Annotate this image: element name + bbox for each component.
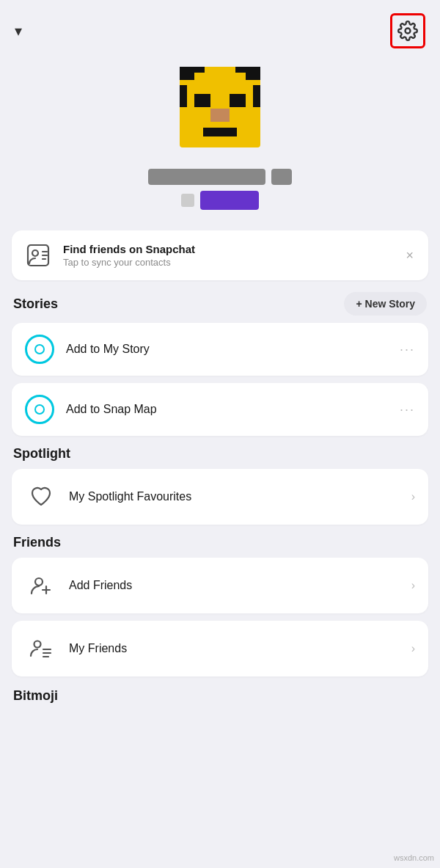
svg-rect-7: [235, 67, 246, 73]
svg-rect-5: [246, 67, 260, 73]
spotlight-favourites-card[interactable]: My Spotlight Favourites ›: [12, 469, 428, 525]
snap-map-circle-inner: [34, 404, 45, 415]
username-purple-badge[interactable]: [200, 191, 259, 210]
new-story-button[interactable]: + New Story: [344, 292, 427, 316]
svg-rect-13: [180, 85, 187, 107]
story-circle-inner: [34, 344, 45, 354]
stories-section-title: Stories: [13, 296, 58, 312]
spotlight-section-title: Spotlight: [13, 446, 70, 462]
username-bar: [148, 169, 265, 185]
stories-section-header: Stories + New Story: [0, 292, 440, 316]
svg-point-16: [32, 250, 38, 256]
add-to-snap-map-card[interactable]: Add to Snap Map ···: [12, 383, 428, 436]
friends-section-title: Friends: [13, 535, 61, 550]
find-friends-close-button[interactable]: ×: [403, 245, 417, 266]
my-friends-icon: [25, 632, 57, 665]
snap-map-icon: [25, 395, 54, 424]
bitmoji-section-title: Bitmoji: [0, 684, 440, 711]
find-friends-subtitle: Tap to sync your contacts: [63, 257, 392, 268]
svg-rect-12: [203, 136, 237, 147]
username-area: [148, 169, 292, 210]
snap-map-label: Add to Snap Map: [66, 403, 388, 416]
chevron-down-icon[interactable]: ▾: [15, 22, 22, 40]
add-friends-label: Add Friends: [69, 579, 400, 592]
settings-button[interactable]: [390, 13, 425, 48]
svg-point-20: [35, 578, 43, 586]
svg-rect-8: [194, 94, 210, 107]
my-story-more-button[interactable]: ···: [400, 342, 415, 357]
my-friends-chevron-icon[interactable]: ›: [411, 642, 415, 655]
find-friends-banner[interactable]: Find friends on Snapchat Tap to sync you…: [12, 230, 428, 280]
username-bar-small: [271, 169, 292, 185]
top-bar: ▾: [0, 0, 440, 56]
avatar[interactable]: [172, 63, 268, 158]
svg-point-0: [406, 29, 411, 34]
svg-rect-6: [194, 67, 205, 73]
gear-icon: [397, 21, 418, 41]
add-to-my-story-card[interactable]: Add to My Story ···: [12, 323, 428, 376]
svg-rect-14: [253, 85, 260, 107]
my-story-label: Add to My Story: [66, 343, 388, 356]
svg-rect-11: [203, 128, 237, 136]
add-friends-card[interactable]: Add Friends ›: [12, 558, 428, 613]
my-story-icon: [25, 335, 54, 364]
avatar-image: [172, 63, 268, 158]
watermark: wsxdn.com: [394, 853, 434, 862]
svg-rect-4: [180, 67, 194, 73]
spotlight-favourites-label: My Spotlight Favourites: [69, 490, 400, 503]
spotlight-chevron-icon[interactable]: ›: [411, 490, 415, 503]
spotlight-section-header: Spotlight: [0, 446, 440, 462]
friends-section-header: Friends: [0, 535, 440, 550]
snap-map-more-button[interactable]: ···: [400, 402, 415, 417]
svg-point-23: [34, 641, 41, 648]
add-friends-icon: [25, 569, 57, 602]
find-friends-text: Find friends on Snapchat Tap to sync you…: [63, 243, 392, 268]
add-friends-chevron-icon[interactable]: ›: [411, 579, 415, 592]
my-friends-label: My Friends: [69, 642, 400, 655]
spotlight-heart-icon: [25, 481, 57, 513]
my-friends-card[interactable]: My Friends ›: [12, 621, 428, 676]
svg-rect-10: [210, 109, 230, 122]
avatar-section: [0, 56, 440, 230]
find-friends-title: Find friends on Snapchat: [63, 243, 392, 255]
find-friends-icon: [23, 241, 53, 270]
username-sub-gray: [181, 194, 194, 207]
svg-rect-9: [230, 94, 246, 107]
